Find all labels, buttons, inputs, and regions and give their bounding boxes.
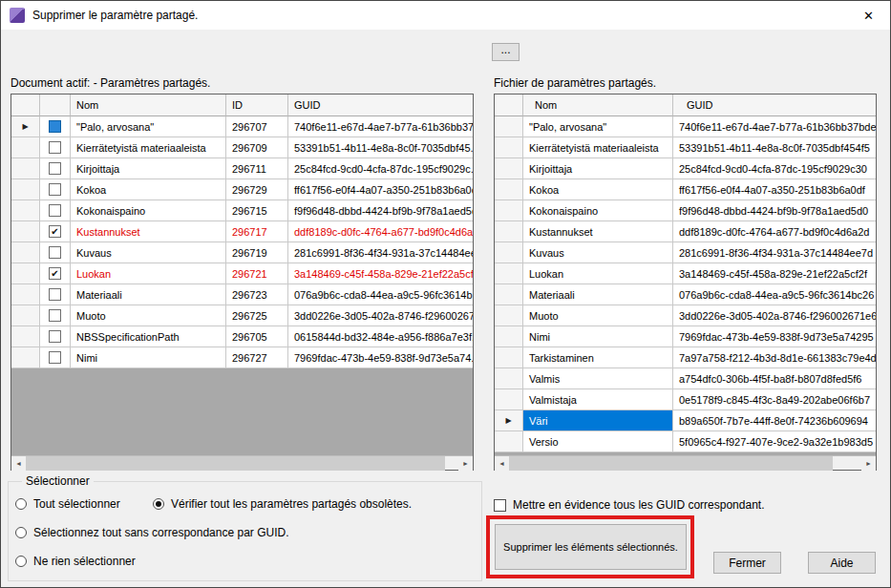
row-header[interactable] — [495, 242, 523, 263]
row-header[interactable] — [495, 158, 523, 179]
row-header[interactable] — [495, 305, 523, 326]
file-parameter-row[interactable]: "Palo, arvosana"740f6e11-e67d-4ae7-b77a-… — [495, 116, 876, 137]
document-parameter-row[interactable]: Nimi2967277969fdac-473b-4e59-838f-9d73e5… — [11, 347, 473, 368]
checkbox-cell[interactable] — [40, 326, 71, 347]
checkbox-cell[interactable] — [40, 347, 71, 368]
row-header[interactable] — [11, 284, 40, 305]
cell-nom[interactable]: NBSSpecificationPath — [71, 326, 226, 347]
row-header[interactable] — [495, 368, 523, 389]
cell-id[interactable]: 296729 — [226, 179, 288, 200]
row-header[interactable] — [11, 221, 40, 242]
cell-guid[interactable]: 281c6991-8f36-4f34-931a-37c14484ee... — [288, 242, 473, 263]
cell-id[interactable]: 296711 — [226, 158, 288, 179]
row-header[interactable] — [11, 158, 40, 179]
document-parameter-row[interactable]: NBSSpecificationPath2967050615844d-bd32-… — [11, 326, 473, 347]
row-checkbox[interactable]: ✔ — [49, 225, 61, 238]
checkbox-cell[interactable] — [40, 242, 71, 263]
horizontal-scrollbar[interactable]: ◄ ► — [11, 455, 473, 470]
row-header[interactable] — [11, 137, 40, 158]
row-header[interactable] — [495, 389, 523, 410]
row-header[interactable] — [11, 200, 40, 221]
cell-guid[interactable]: f9f96d48-dbbd-4424-bf9b-9f78a1aed5d0 — [288, 200, 473, 221]
horizontal-scrollbar[interactable]: ◄ ► — [495, 455, 876, 470]
cell-guid[interactable]: 25c84fcd-9cd0-4cfa-87dc-195cf9029c30 — [673, 158, 876, 179]
row-header[interactable] — [11, 347, 40, 368]
radio-button[interactable] — [15, 527, 27, 538]
radio-option[interactable]: Ne rien sélectionner — [15, 555, 136, 568]
document-parameter-row[interactable]: ✔Luokan2967213a148469-c45f-458a-829e-21e… — [11, 263, 473, 284]
checkbox-cell[interactable] — [40, 137, 71, 158]
cell-guid[interactable]: 7969fdac-473b-4e59-838f-9d73e5a74295 — [673, 326, 876, 347]
cell-id[interactable]: 296721 — [226, 263, 288, 284]
row-header[interactable] — [495, 221, 523, 242]
cell-nom[interactable]: Luokan — [523, 263, 673, 284]
radio-button[interactable] — [15, 556, 27, 567]
cell-guid[interactable]: ff617f56-e0f4-4a07-a350-251b83b6a0df — [288, 179, 473, 200]
row-checkbox[interactable] — [49, 330, 61, 343]
scroll-right-icon[interactable]: ► — [458, 456, 473, 471]
row-header[interactable]: ▶ — [495, 410, 523, 431]
cell-guid[interactable]: f9f96d48-dbbd-4424-bf9b-9f78a1aed5d0 — [673, 200, 876, 221]
row-header[interactable] — [495, 200, 523, 221]
checkbox-icon[interactable] — [494, 499, 506, 512]
cell-id[interactable]: 296723 — [226, 284, 288, 305]
cell-guid[interactable]: 25c84fcd-9cd0-4cfa-87dc-195cf9029c... — [288, 158, 473, 179]
cell-nom[interactable]: Kuvaus — [71, 242, 226, 263]
cell-id[interactable]: 296709 — [226, 137, 288, 158]
id-column-header[interactable]: ID — [226, 94, 288, 116]
scrollbar-track[interactable] — [26, 456, 458, 471]
cell-nom[interactable]: Kierrätetyistä materiaaleista — [523, 137, 673, 158]
cell-nom[interactable]: Materiaali — [523, 284, 673, 305]
document-parameters-table[interactable]: Nom ID GUID ▶"Palo, arvosana"296707740f6… — [11, 94, 474, 471]
cell-guid[interactable]: ff617f56-e0f4-4a07-a350-251b83b6a0df — [673, 179, 876, 200]
checkbox-cell[interactable] — [40, 116, 71, 137]
row-checkbox[interactable] — [49, 288, 61, 301]
file-parameters-table[interactable]: Nom GUID "Palo, arvosana"740f6e11-e67d-4… — [494, 94, 877, 471]
cell-guid[interactable]: a754dfc0-306b-4f5f-ba8f-b807d8fed5f6 — [673, 368, 876, 389]
cell-nom[interactable]: Versio — [523, 431, 673, 452]
cell-nom[interactable]: Kuvaus — [523, 242, 673, 263]
cell-guid[interactable]: ddf8189c-d0fc-4764-a677-bd9f0c4d6a... — [288, 221, 473, 242]
document-parameter-row[interactable]: Kierrätetyistä materiaaleista29670953391… — [11, 137, 473, 158]
document-parameter-row[interactable]: Materiaali296723076a9b6c-cda8-44ea-a9c5-… — [11, 284, 473, 305]
cell-nom[interactable]: Muoto — [523, 305, 673, 326]
cell-nom[interactable]: Luokan — [71, 263, 226, 284]
row-header[interactable]: ▶ — [11, 116, 40, 137]
document-parameter-row[interactable]: Kokoa296729ff617f56-e0f4-4a07-a350-251b8… — [11, 179, 473, 200]
cell-id[interactable]: 296715 — [226, 200, 288, 221]
scrollbar-track[interactable] — [509, 456, 861, 471]
document-parameter-row[interactable]: ✔Kustannukset296717ddf8189c-d0fc-4764-a6… — [11, 221, 473, 242]
row-checkbox[interactable] — [49, 120, 61, 133]
radio-option[interactable]: Tout sélectionner — [15, 497, 120, 511]
nom-column-header[interactable]: Nom — [523, 94, 673, 116]
cell-guid[interactable]: 3a148469-c45f-458a-829e-21ef22a5cf2f — [673, 263, 876, 284]
cell-nom[interactable]: Nimi — [71, 347, 226, 368]
document-parameter-row[interactable]: ▶"Palo, arvosana"296707740f6e11-e67d-4ae… — [11, 116, 473, 137]
cell-nom[interactable]: Muoto — [71, 305, 226, 326]
cell-nom[interactable]: Kokonaispaino — [523, 200, 673, 221]
row-header[interactable] — [11, 263, 40, 284]
checkbox-cell[interactable] — [40, 179, 71, 200]
file-parameter-row[interactable]: Versio5f0965c4-f927-407e-9ce2-9a32e1b983… — [495, 431, 876, 452]
row-header[interactable] — [495, 284, 523, 305]
file-parameter-row[interactable]: Kokoaff617f56-e0f4-4a07-a350-251b83b6a0d… — [495, 179, 876, 200]
cell-nom[interactable]: Kokoa — [523, 179, 673, 200]
cell-guid[interactable]: 5f0965c4-f927-407e-9ce2-9a32e1b983d5 — [673, 431, 876, 452]
row-header[interactable] — [495, 347, 523, 368]
row-checkbox[interactable]: ✔ — [49, 267, 61, 280]
row-checkbox[interactable] — [49, 141, 61, 154]
row-checkbox[interactable] — [49, 183, 61, 196]
close-icon[interactable]: ✕ — [847, 1, 890, 30]
cell-nom[interactable]: Tarkistaminen — [523, 347, 673, 368]
cell-guid[interactable]: 740f6e11-e67d-4ae7-b77a-61b36bb37... — [288, 116, 473, 137]
cell-id[interactable]: 296727 — [226, 347, 288, 368]
close-dialog-button[interactable]: Fermer — [713, 552, 781, 574]
row-header[interactable] — [11, 305, 40, 326]
scroll-left-icon[interactable]: ◄ — [495, 456, 509, 471]
scrollbar-thumb[interactable] — [26, 456, 445, 471]
cell-nom[interactable]: Kirjoittaja — [523, 158, 673, 179]
cell-nom[interactable]: Kustannukset — [71, 221, 226, 242]
cell-nom[interactable]: "Palo, arvosana" — [71, 116, 226, 137]
cell-guid[interactable]: ddf8189c-d0fc-4764-a677-bd9f0c4d6a2d — [673, 221, 876, 242]
row-header[interactable] — [495, 326, 523, 347]
